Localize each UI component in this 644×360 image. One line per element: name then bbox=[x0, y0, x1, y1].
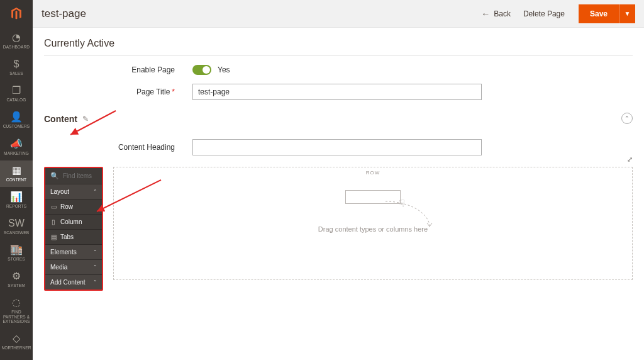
sidebar-item-scandiweb[interactable]: SWSCANDIWEB bbox=[0, 213, 33, 240]
page-header: test-page ← Back Delete Page Save ▼ bbox=[33, 0, 644, 28]
palette-group-media[interactable]: Media˅ bbox=[45, 259, 102, 274]
palette-item-tabs[interactable]: ▤Tabs bbox=[45, 229, 102, 244]
palette-item-row[interactable]: ▭Row bbox=[45, 199, 102, 214]
palette-group-add-content[interactable]: Add Content˅ bbox=[45, 274, 102, 290]
row-icon: ▭ bbox=[50, 203, 57, 210]
palette-group-elements[interactable]: Elements˅ bbox=[45, 244, 102, 259]
drop-hint: ☟ Drag content types or columns here bbox=[126, 190, 619, 233]
gear-icon: ⚙ bbox=[12, 271, 21, 281]
tabs-icon: ▤ bbox=[50, 233, 57, 240]
drop-hint-text: Drag content types or columns here bbox=[318, 225, 428, 233]
sidebar-item-content[interactable]: ▦CONTENT bbox=[0, 160, 33, 187]
sidebar-item-reports[interactable]: 📊REPORTS bbox=[0, 187, 33, 213]
back-button[interactable]: ← Back bbox=[475, 5, 517, 23]
content-heading-label: Content Heading bbox=[44, 143, 192, 152]
page-title-input[interactable] bbox=[192, 84, 482, 100]
sidebar-item-stores[interactable]: 🏬STORES bbox=[0, 240, 33, 266]
save-dropdown-button[interactable]: ▼ bbox=[619, 4, 635, 23]
enable-page-toggle[interactable] bbox=[192, 65, 211, 75]
page-title-label: Page Title* bbox=[44, 87, 192, 96]
content-icon: ▦ bbox=[12, 166, 21, 176]
pagebuilder-canvas[interactable]: ROW ☟ Drag content types or columns here bbox=[113, 167, 633, 280]
pencil-icon[interactable]: ✎ bbox=[82, 115, 89, 123]
arrow-left-icon: ← bbox=[481, 9, 490, 19]
chevron-down-icon: ˅ bbox=[94, 249, 97, 256]
canvas-row-label: ROW bbox=[366, 170, 380, 176]
palette-item-column[interactable]: ▯Column bbox=[45, 214, 102, 229]
partners-icon: ◌ bbox=[12, 298, 21, 308]
column-icon: ▯ bbox=[50, 218, 57, 225]
palette-search-input[interactable] bbox=[63, 172, 97, 179]
content-section-title: Content bbox=[44, 114, 77, 124]
hand-pointer-icon: ☟ bbox=[399, 198, 405, 210]
chart-icon: 📊 bbox=[10, 192, 23, 202]
store-icon: 🏬 bbox=[10, 245, 23, 255]
drop-slot-icon: ☟ bbox=[345, 190, 401, 204]
search-icon: 🔍 bbox=[50, 172, 59, 180]
sw-icon: SW bbox=[8, 218, 25, 228]
chevron-up-icon: ⌃ bbox=[625, 115, 630, 121]
chevron-up-icon: ˄ bbox=[94, 189, 97, 195]
enable-page-value: Yes bbox=[218, 65, 230, 74]
save-button[interactable]: Save bbox=[579, 4, 619, 23]
sidebar-item-customers[interactable]: 👤CUSTOMERS bbox=[0, 107, 33, 133]
content-type-palette[interactable]: 🔍 Layout ˄ ▭Row ▯Column ▤Tabs Elements˅ … bbox=[44, 167, 103, 291]
magento-logo-icon bbox=[0, 0, 33, 28]
sidebar-item-marketing[interactable]: 📣MARKETING bbox=[0, 134, 33, 160]
content-heading-input[interactable] bbox=[192, 139, 482, 155]
collapse-section-button[interactable]: ⌃ bbox=[621, 113, 633, 124]
delete-page-button[interactable]: Delete Page bbox=[517, 6, 571, 22]
expand-icon: ⤢ bbox=[627, 155, 633, 163]
chevron-down-icon: ˅ bbox=[94, 279, 97, 286]
sidebar-item-sales[interactable]: $SALES bbox=[0, 54, 33, 81]
sidebar-item-system[interactable]: ⚙SYSTEM bbox=[0, 266, 33, 293]
megaphone-icon: 📣 bbox=[10, 139, 23, 149]
chevron-down-icon: ˅ bbox=[94, 264, 97, 271]
sidebar-item-dashboard[interactable]: ◔DASHBOARD bbox=[0, 28, 33, 54]
caret-down-icon: ▼ bbox=[625, 10, 631, 17]
person-icon: 👤 bbox=[10, 112, 23, 122]
gauge-icon: ◔ bbox=[12, 33, 21, 43]
sidebar-item-northerner[interactable]: ◇NORTHERNER bbox=[0, 329, 33, 355]
fullscreen-button[interactable]: ⤢ bbox=[627, 155, 633, 164]
enable-page-label: Enable Page bbox=[44, 65, 192, 74]
admin-sidebar[interactable]: ◔DASHBOARD $SALES ❐CATALOG 👤CUSTOMERS 📣M… bbox=[0, 0, 33, 360]
sidebar-item-catalog[interactable]: ❐CATALOG bbox=[0, 81, 33, 107]
sidebar-item-partners[interactable]: ◌FIND PARTNERS & EXTENSIONS bbox=[0, 293, 33, 328]
currently-active-heading: Currently Active bbox=[44, 28, 633, 56]
box-icon: ❐ bbox=[12, 86, 21, 96]
page-title: test-page bbox=[42, 8, 86, 20]
northerner-icon: ◇ bbox=[13, 334, 20, 344]
palette-search[interactable]: 🔍 bbox=[45, 168, 102, 184]
palette-group-layout[interactable]: Layout ˄ bbox=[45, 184, 102, 199]
dollar-icon: $ bbox=[14, 59, 19, 69]
